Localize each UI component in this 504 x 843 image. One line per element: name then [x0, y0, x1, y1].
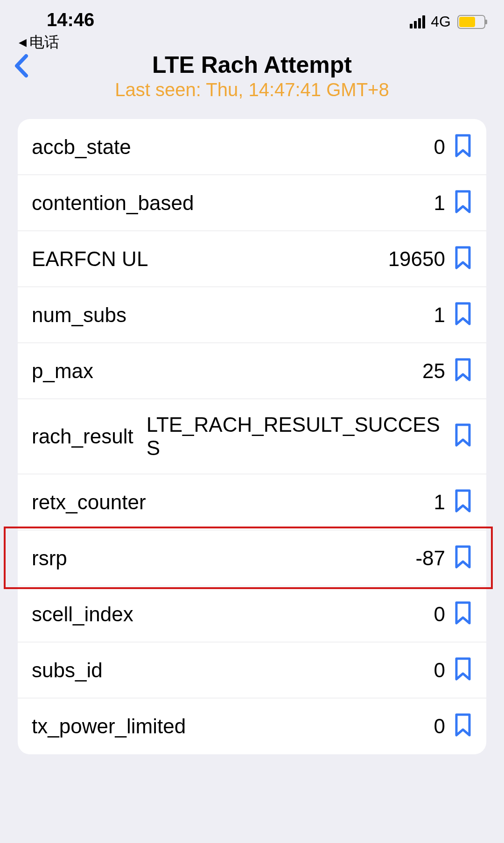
bookmark-icon [454, 133, 472, 159]
item-label: EARFCN UL [32, 247, 148, 271]
bookmark-icon [454, 423, 472, 448]
item-value: 25 [102, 359, 445, 383]
bookmark-icon [454, 713, 472, 738]
back-button[interactable] [13, 53, 29, 80]
item-value: 1 [154, 491, 445, 514]
page-header: LTE Rach Attempt Last seen: Thu, 14:47:4… [0, 51, 504, 119]
bookmark-icon [454, 358, 472, 383]
battery-icon [457, 15, 485, 29]
item-value: 19650 [156, 247, 445, 271]
signal-strength-icon [410, 15, 425, 28]
list-item-tx-power-limited[interactable]: tx_power_limited 0 [18, 698, 486, 754]
item-value: 0 [194, 715, 445, 738]
list-item-num-subs[interactable]: num_subs 1 [18, 287, 486, 343]
back-app-arrow-icon: ◀ [19, 36, 27, 49]
item-label: num_subs [32, 303, 126, 327]
bookmark-icon [454, 190, 472, 215]
list-item-retx-counter[interactable]: retx_counter 1 [18, 474, 486, 530]
list-item-contention-based[interactable]: contention_based 1 [18, 175, 486, 231]
bookmark-button[interactable] [454, 489, 472, 516]
item-label: contention_based [32, 191, 186, 215]
item-value: -87 [76, 547, 445, 570]
list-item-scell-index[interactable]: scell_index 0 [18, 586, 486, 642]
page-subtitle: Last seen: Thu, 14:47:41 GMT+8 [9, 79, 495, 100]
status-time: 14:46 [19, 9, 94, 30]
list-item-rsrp[interactable]: rsrp -87 [18, 530, 486, 586]
list-item-subs-id[interactable]: subs_id 0 [18, 642, 486, 698]
bookmark-icon [454, 302, 472, 327]
item-value: 1 [135, 303, 445, 327]
list-item-p-max[interactable]: p_max 25 [18, 343, 486, 399]
bookmark-button[interactable] [454, 302, 472, 329]
bookmark-button[interactable] [454, 657, 472, 684]
item-label: rach_result [32, 425, 133, 448]
bookmark-icon [454, 246, 472, 271]
bookmark-button[interactable] [454, 423, 472, 450]
bookmark-button[interactable] [454, 246, 472, 273]
bookmark-button[interactable] [454, 190, 472, 217]
bookmark-button[interactable] [454, 358, 472, 385]
item-label: scell_index [32, 603, 133, 626]
status-left: 14:46 ◀ 电话 [19, 9, 94, 53]
item-value: 0 [142, 603, 445, 626]
back-app-label: 电话 [29, 32, 59, 53]
list-item-rach-result[interactable]: rach_result LTE_RACH_RESULT_SUCCESS [18, 399, 486, 474]
item-label: tx_power_limited [32, 715, 186, 738]
list-item-earfcn-ul[interactable]: EARFCN UL 19650 [18, 231, 486, 287]
network-type: 4G [431, 13, 451, 30]
bookmark-icon [454, 489, 472, 514]
item-label: retx_counter [32, 491, 146, 514]
bookmark-icon [454, 601, 472, 626]
item-label: rsrp [32, 547, 67, 570]
bookmark-icon [454, 657, 472, 682]
status-bar: 14:46 ◀ 电话 4G [0, 0, 504, 51]
page-title: LTE Rach Attempt [9, 51, 495, 78]
list-item-accb-state[interactable]: accb_state 0 [18, 119, 486, 175]
item-value: 0 [111, 659, 445, 682]
item-label: p_max [32, 359, 93, 383]
bookmark-button[interactable] [454, 133, 472, 161]
bookmark-button[interactable] [454, 601, 472, 628]
item-value: LTE_RACH_RESULT_SUCCESS [142, 413, 445, 460]
data-card: accb_state 0 contention_based 1 EARFCN U… [18, 119, 486, 754]
chevron-left-icon [13, 53, 29, 78]
item-label: accb_state [32, 135, 131, 159]
bookmark-button[interactable] [454, 713, 472, 740]
return-to-app[interactable]: ◀ 电话 [19, 32, 94, 53]
bookmark-icon [454, 545, 472, 570]
item-label: subs_id [32, 659, 103, 682]
bookmark-button[interactable] [454, 545, 472, 572]
status-right: 4G [410, 9, 485, 30]
item-value: 0 [140, 135, 445, 159]
item-value: 1 [194, 191, 445, 215]
